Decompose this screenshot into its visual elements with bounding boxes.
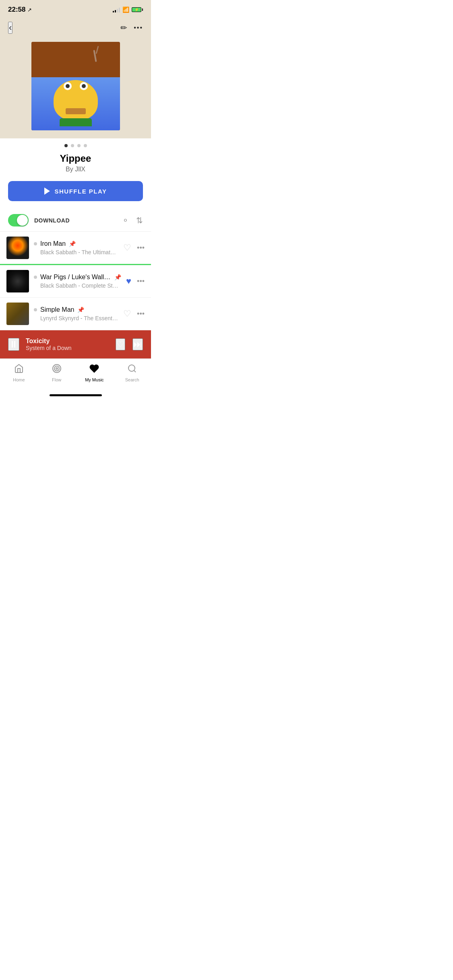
- track-name: Iron Man: [40, 240, 66, 247]
- track-name: War Pigs / Luke's Wall (...: [40, 274, 111, 281]
- track-artist: Black Sabbath - The Ultimate C...: [34, 249, 118, 255]
- sort-icon: ⇅: [136, 216, 143, 225]
- track-artist: Lynyrd Skynyrd - The Essential...: [34, 315, 118, 321]
- track-dot: [34, 308, 37, 311]
- dot-4: [84, 144, 87, 147]
- more-icon[interactable]: •••: [134, 24, 143, 31]
- wifi-icon: 📶: [122, 6, 129, 13]
- now-playing-actions: ♡ ⏭: [116, 338, 143, 350]
- album-art-black-sabbath-1: [6, 237, 29, 259]
- album-art-lynyrd: [6, 303, 29, 325]
- location-icon: ↗: [27, 7, 32, 13]
- back-button[interactable]: ‹: [8, 22, 12, 34]
- track-info: War Pigs / Luke's Wall (... 📌 Black Sabb…: [34, 274, 121, 289]
- tab-mymusic[interactable]: My Music: [76, 362, 114, 384]
- track-item[interactable]: Simple Man 📌 Lynyrd Skynyrd - The Essent…: [0, 298, 151, 330]
- playlist-cover: [31, 42, 120, 130]
- shuffle-play-label: SHUFFLE PLAY: [55, 188, 107, 195]
- track-dot: [34, 276, 37, 279]
- svg-point-2: [56, 368, 58, 369]
- edit-icon[interactable]: ✏: [120, 23, 127, 33]
- now-playing-title: Toxicity: [26, 338, 116, 345]
- toggle-knob: [17, 215, 28, 226]
- track-actions: ♡ •••: [123, 243, 145, 253]
- track-actions: ♡ •••: [123, 309, 145, 319]
- download-actions: ⚬ ⇅: [122, 216, 143, 225]
- dots-indicator: [0, 138, 151, 151]
- download-label: DOWNLOAD: [34, 217, 122, 224]
- home-icon: [14, 364, 24, 376]
- tab-mymusic-label: My Music: [85, 377, 103, 382]
- svg-point-1: [54, 366, 59, 371]
- track-thumbnail: [6, 270, 29, 292]
- flow-icon: [52, 364, 62, 376]
- svg-point-3: [128, 365, 135, 371]
- np-like-button[interactable]: ♡: [116, 338, 125, 350]
- header: ‹ ✏ •••: [0, 18, 151, 42]
- like-button[interactable]: ♡: [123, 243, 131, 253]
- dot-2: [71, 144, 74, 147]
- track-actions: ♥ •••: [126, 276, 145, 286]
- track-thumbnail: [6, 237, 29, 259]
- cover-area: [0, 42, 151, 138]
- status-bar: 22:58 ↗ 📶 ⚡: [0, 0, 151, 18]
- more-options-button[interactable]: •••: [137, 277, 145, 286]
- playlist-author: By JllX: [8, 166, 143, 173]
- download-toggle[interactable]: [8, 214, 29, 226]
- now-playing-bar: ⏸ Toxicity System of a Down ♡ ⏭: [0, 330, 151, 358]
- pin-icon: 📌: [114, 274, 121, 280]
- more-options-button[interactable]: •••: [137, 310, 145, 318]
- dot-3: [77, 144, 81, 147]
- tab-search-label: Search: [125, 377, 139, 382]
- track-item[interactable]: Iron Man 📌 Black Sabbath - The Ultimate …: [0, 232, 151, 265]
- np-skip-button[interactable]: ⏭: [132, 338, 143, 350]
- pin-icon: 📌: [77, 307, 84, 313]
- tab-bar: Home Flow My Music Search: [0, 358, 151, 392]
- like-button[interactable]: ♡: [123, 309, 131, 319]
- track-artist: Black Sabbath - Complete Stud...: [34, 282, 121, 289]
- track-dot: [34, 242, 37, 245]
- now-playing-artist: System of a Down: [26, 345, 116, 351]
- track-name-row: Simple Man 📌: [34, 306, 118, 313]
- shuffle-play-button[interactable]: SHUFFLE PLAY: [8, 181, 143, 201]
- tab-search[interactable]: Search: [113, 362, 151, 384]
- track-name-row: Iron Man 📌: [34, 240, 118, 247]
- tab-home[interactable]: Home: [0, 362, 38, 384]
- battery-icon: ⚡: [132, 7, 143, 12]
- track-thumbnail: [6, 303, 29, 325]
- status-icons: 📶 ⚡: [113, 6, 143, 13]
- mymusic-icon: [89, 364, 99, 376]
- album-art-black-sabbath-2: [6, 270, 29, 292]
- home-indicator: [0, 392, 151, 399]
- download-row: DOWNLOAD ⚬ ⇅: [0, 209, 151, 232]
- search-icon: ⚬: [122, 216, 129, 225]
- tab-flow[interactable]: Flow: [38, 362, 76, 384]
- more-options-button[interactable]: •••: [137, 244, 145, 252]
- track-name-row: War Pigs / Luke's Wall (... 📌: [34, 274, 121, 281]
- header-actions: ✏ •••: [120, 23, 143, 33]
- like-button[interactable]: ♥: [126, 276, 131, 286]
- track-info: Iron Man 📌 Black Sabbath - The Ultimate …: [34, 240, 118, 255]
- search-icon: [127, 364, 137, 376]
- dot-1: [64, 144, 68, 147]
- signal-icon: [113, 7, 120, 12]
- playlist-info: Yippee By JllX: [0, 151, 151, 181]
- track-info: Simple Man 📌 Lynyrd Skynyrd - The Essent…: [34, 306, 118, 321]
- search-tracks-button[interactable]: ⚬: [122, 216, 129, 225]
- play-icon: [44, 187, 50, 195]
- sort-button[interactable]: ⇅: [136, 216, 143, 225]
- svg-line-4: [134, 371, 136, 372]
- track-item[interactable]: War Pigs / Luke's Wall (... 📌 Black Sabb…: [0, 265, 151, 298]
- track-name: Simple Man: [40, 306, 74, 313]
- playlist-title: Yippee: [8, 153, 143, 164]
- tab-flow-label: Flow: [52, 377, 61, 382]
- tab-home-label: Home: [13, 377, 25, 382]
- status-time: 22:58: [8, 6, 25, 14]
- pin-icon: 📌: [69, 241, 76, 247]
- now-playing-info: Toxicity System of a Down: [26, 338, 116, 351]
- track-list: Iron Man 📌 Black Sabbath - The Ultimate …: [0, 232, 151, 330]
- home-bar-line: [50, 394, 102, 396]
- pause-button[interactable]: ⏸: [8, 338, 19, 351]
